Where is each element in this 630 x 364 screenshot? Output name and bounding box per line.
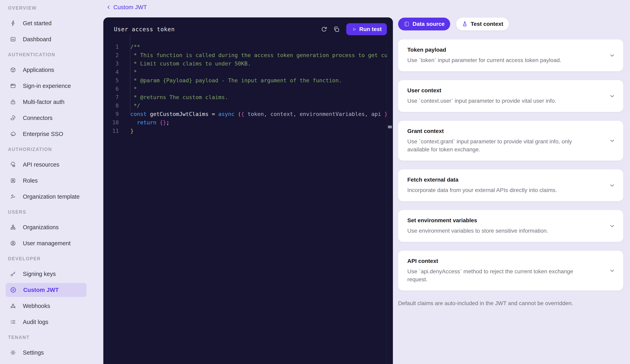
role-badge-icon <box>10 178 16 184</box>
sidebar-item-roles[interactable]: Roles <box>4 172 88 188</box>
user-circle-icon <box>10 240 16 246</box>
sidebar-item-api-resources[interactable]: API resources <box>4 156 88 172</box>
sidebar-item-get-started[interactable]: Get started <box>4 15 88 31</box>
sidebar-item-label: Custom JWT <box>23 287 59 293</box>
sidebar-item-label: Signing keys <box>23 271 56 277</box>
editor-scrollbar-thumb[interactable] <box>388 126 392 128</box>
code-line: } <box>130 127 387 135</box>
line-number: 8 <box>103 102 119 110</box>
user-check-icon <box>10 194 16 200</box>
code-line: * Limit custom claims to under 50KB. <box>130 60 387 68</box>
code-editor-content[interactable]: /** * This function is called during the… <box>130 43 387 135</box>
sidebar-section-authentication: AUTHENTICATION <box>0 50 92 60</box>
sidebar-item-connectors[interactable]: Connectors <box>4 110 88 126</box>
sidebar-item-label: Connectors <box>23 115 52 121</box>
bar-chart-icon <box>10 36 16 42</box>
clouds-icon <box>10 115 16 121</box>
sidebar-item-label: Organizations <box>23 224 59 231</box>
card-description: Use `context.user` input parameter to pr… <box>407 97 614 105</box>
code-line: /** <box>130 43 387 51</box>
reset-code-button[interactable] <box>320 26 328 33</box>
code-line: * This function is called during the acc… <box>130 51 387 60</box>
code-line: * @returns The custom claims. <box>130 93 387 102</box>
back-link-custom-jwt[interactable]: Custom JWT <box>106 3 147 11</box>
sidebar-item-organization-template[interactable]: Organization template <box>4 188 88 204</box>
sidebar-section-developer: DEVELOPER <box>0 254 92 264</box>
gear-icon <box>10 350 16 356</box>
sidebar-item-webhooks[interactable]: Webhooks <box>4 298 88 314</box>
code-line: * <box>130 85 387 93</box>
sidebar-item-applications[interactable]: Applications <box>4 62 88 78</box>
card-title: Grant context <box>407 128 614 134</box>
indent-guide <box>130 34 130 114</box>
cloud-box-icon <box>10 162 16 168</box>
flask-icon <box>462 21 468 27</box>
line-number: 10 <box>103 118 119 127</box>
sidebar-item-label: Sign-in experience <box>23 83 71 89</box>
card-title: Token payload <box>407 46 614 53</box>
sidebar-item-user-management[interactable]: User management <box>4 235 88 251</box>
cloud-key-icon <box>10 131 16 137</box>
sidebar-item-label: Multi-factor auth <box>23 99 64 105</box>
tab-data-source[interactable]: Data source <box>398 18 450 30</box>
editor-header: User access token Run test <box>103 18 393 41</box>
run-test-button[interactable]: Run test <box>346 23 387 35</box>
line-number: 5 <box>103 76 119 85</box>
card-set-environment-variables[interactable]: Set environment variables Use environmen… <box>398 210 623 242</box>
code-line: * @param {Payload} payload - The input a… <box>130 76 387 85</box>
list-lines-icon <box>10 319 16 325</box>
data-source-panel: Data source Test context Token payload U… <box>398 18 623 307</box>
chevron-down-icon[interactable] <box>609 52 615 58</box>
chevron-down-icon[interactable] <box>609 182 615 188</box>
line-number: 3 <box>103 60 119 68</box>
card-user-context[interactable]: User context Use `context.user` input pa… <box>398 80 623 112</box>
line-number: 6 <box>103 85 119 93</box>
code-area[interactable]: 1234567891011 /** * This function is cal… <box>103 43 393 135</box>
seal-plus-icon <box>10 287 16 293</box>
chevron-down-icon[interactable] <box>609 93 615 99</box>
lock-icon <box>10 99 16 105</box>
sidebar-item-label: Audit logs <box>23 319 48 325</box>
back-link-label: Custom JWT <box>113 4 147 10</box>
line-number: 7 <box>103 93 119 102</box>
line-number: 1 <box>103 43 119 51</box>
sidebar-item-label: User management <box>23 240 71 247</box>
sidebar-item-custom-jwt[interactable]: Custom JWT <box>4 282 88 298</box>
sidebar-item-sign-in-experience[interactable]: Sign-in experience <box>4 78 88 94</box>
sidebar-section-users: USERS <box>0 207 92 217</box>
sidebar-item-settings[interactable]: Settings <box>4 344 88 360</box>
key-icon <box>10 271 16 277</box>
tab-label: Test context <box>470 21 503 27</box>
sidebar-item-dashboard[interactable]: Dashboard <box>4 31 88 47</box>
sidebar-item-enterprise-sso[interactable]: Enterprise SSO <box>4 126 88 142</box>
copy-code-button[interactable] <box>333 26 340 33</box>
card-title: API context <box>407 258 614 264</box>
play-icon <box>352 27 357 32</box>
card-grant-context[interactable]: Grant context Use `context.grant` input … <box>398 121 623 160</box>
sidebar: OVERVIEW Get started Dashboard AUTHENTIC… <box>0 0 92 364</box>
line-number: 11 <box>103 127 119 135</box>
sidebar-section-tenant: TENANT <box>0 332 92 342</box>
default-claims-note: Default claims are auto-included in the … <box>398 299 623 307</box>
chevron-down-icon[interactable] <box>609 138 615 144</box>
sidebar-item-multi-factor-auth[interactable]: Multi-factor auth <box>4 94 88 110</box>
card-description: Use `token` input parameter for current … <box>407 56 614 64</box>
code-editor-panel: User access token Run test 1234567891011… <box>103 18 393 364</box>
card-fetch-external-data[interactable]: Fetch external data Incorporate data fro… <box>398 170 623 201</box>
sidebar-item-organizations[interactable]: Organizations <box>4 219 88 235</box>
chevron-down-icon[interactable] <box>609 223 615 229</box>
sidebar-item-audit-logs[interactable]: Audit logs <box>4 314 88 330</box>
org-hierarchy-icon <box>10 224 16 230</box>
card-token-payload[interactable]: Token payload Use `token` input paramete… <box>398 40 623 71</box>
editor-title: User access token <box>114 26 175 33</box>
sidebar-item-label: Webhooks <box>23 303 50 309</box>
chevron-down-icon[interactable] <box>609 268 615 274</box>
zap-icon <box>10 20 16 26</box>
cube-icon <box>10 67 16 73</box>
sidebar-item-signing-keys[interactable]: Signing keys <box>4 266 88 282</box>
line-number: 4 <box>103 68 119 76</box>
code-line: */ <box>130 102 387 110</box>
tab-test-context[interactable]: Test context <box>456 18 509 30</box>
card-api-context[interactable]: API context Use `api.denyAccess` method … <box>398 251 623 290</box>
panel-tabs: Data source Test context <box>398 18 623 30</box>
